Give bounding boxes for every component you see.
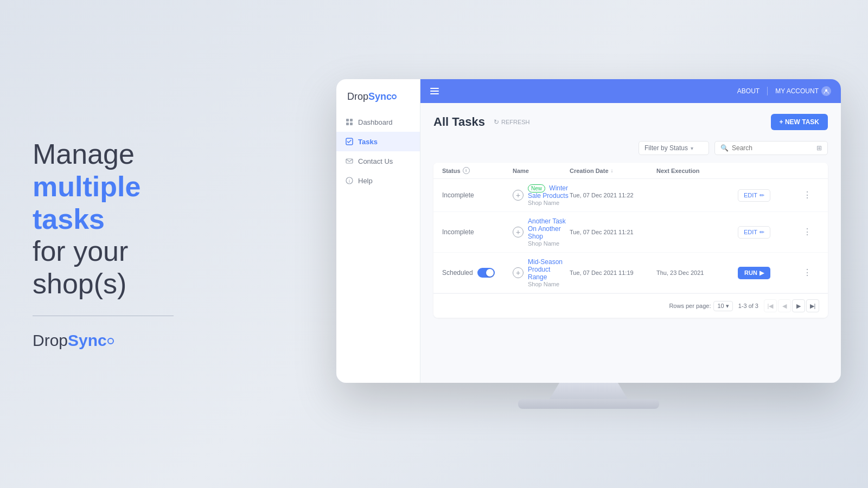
rows-per-page: Rows per page: 10 ▾ bbox=[669, 301, 732, 311]
next-exec-cell: Thu, 23 Dec 2021 bbox=[656, 269, 738, 276]
sidebar-logo-circle bbox=[392, 94, 397, 99]
more-options-cell: ⋮ bbox=[803, 228, 819, 236]
sidebar-item-contact[interactable]: Contact Us bbox=[336, 151, 420, 171]
brand-logo: DropSync bbox=[33, 331, 195, 350]
first-page-button[interactable]: |◀ bbox=[764, 299, 777, 312]
headline-line1: Manage bbox=[33, 138, 135, 170]
chevron-down-icon: ▾ bbox=[726, 303, 729, 310]
hamburger-menu[interactable] bbox=[430, 88, 439, 94]
table-row: Incomplete + Another Task On Another Sho… bbox=[433, 212, 828, 253]
run-icon: ▶ bbox=[760, 269, 764, 277]
check-square-icon bbox=[345, 137, 354, 146]
headline-line4: shop(s) bbox=[33, 268, 126, 299]
chevron-down-icon: ▾ bbox=[691, 145, 693, 151]
status-cell: Incomplete bbox=[442, 191, 513, 199]
page-range: 1-3 of 3 bbox=[738, 303, 758, 309]
shop-name: Shop Name bbox=[528, 240, 570, 247]
topbar: ABOUT MY ACCOUNT bbox=[420, 79, 841, 103]
svg-rect-0 bbox=[346, 119, 349, 121]
edit-icon: ✏ bbox=[760, 229, 764, 236]
svg-point-8 bbox=[825, 89, 827, 92]
headline: Manage multiple tasks for your shop(s) bbox=[33, 138, 195, 300]
th-more bbox=[803, 167, 819, 174]
refresh-icon: ↻ bbox=[494, 118, 499, 126]
more-options-cell: ⋮ bbox=[803, 191, 819, 200]
run-button[interactable]: RUN ▶ bbox=[738, 267, 770, 279]
clear-search-button[interactable]: ⊞ bbox=[816, 144, 822, 152]
more-options-button[interactable]: ⋮ bbox=[803, 228, 812, 236]
sidebar-item-tasks[interactable]: Tasks bbox=[336, 132, 420, 151]
schedule-toggle[interactable] bbox=[477, 268, 495, 278]
edit-icon: ✏ bbox=[760, 192, 764, 199]
name-cell: + Another Task On Another Shop Shop Name bbox=[513, 217, 570, 247]
search-input[interactable] bbox=[732, 144, 813, 152]
edit-button[interactable]: EDIT ✏ bbox=[738, 226, 770, 239]
shop-name: Shop Name bbox=[528, 200, 570, 206]
content-header: All Tasks ↻ REFRESH + NEW TASK bbox=[433, 114, 828, 130]
add-subtask-icon[interactable]: + bbox=[513, 227, 524, 237]
main-content: ABOUT MY ACCOUNT bbox=[420, 79, 841, 383]
th-name: Name bbox=[513, 167, 570, 174]
monitor-wrapper: DropSync Dashboard bbox=[336, 79, 841, 409]
monitor-base bbox=[518, 399, 659, 409]
action-cell: RUN ▶ bbox=[738, 267, 803, 279]
date-cell: Tue, 07 Dec 2021 11:19 bbox=[570, 269, 656, 276]
action-cell: EDIT ✏ bbox=[738, 226, 803, 239]
task-name: Mid-Season Product Range bbox=[528, 258, 570, 281]
edit-button[interactable]: EDIT ✏ bbox=[738, 189, 770, 202]
shop-name: Shop Name bbox=[528, 281, 570, 287]
sidebar-nav: Dashboard Tasks bbox=[336, 112, 420, 383]
th-actions bbox=[738, 167, 803, 174]
topbar-right: ABOUT MY ACCOUNT bbox=[737, 86, 831, 96]
content-title-area: All Tasks ↻ REFRESH bbox=[433, 115, 533, 129]
refresh-button[interactable]: ↻ REFRESH bbox=[490, 116, 533, 128]
th-status: Status i bbox=[442, 167, 513, 174]
filter-by-status[interactable]: Filter by Status ▾ bbox=[639, 141, 709, 155]
new-task-button[interactable]: + NEW TASK bbox=[771, 114, 828, 130]
task-table: Status i Name Creation Date ↓ Next Execu… bbox=[433, 163, 828, 318]
th-next-execution: Next Execution bbox=[656, 167, 738, 174]
sidebar-item-label-contact: Contact Us bbox=[358, 157, 393, 165]
sidebar-item-label-help: Help bbox=[358, 177, 373, 185]
next-page-button[interactable]: ▶ bbox=[792, 299, 805, 312]
sidebar-item-label-tasks: Tasks bbox=[358, 138, 378, 146]
sort-icon: ↓ bbox=[611, 168, 614, 174]
sidebar: DropSync Dashboard bbox=[336, 79, 420, 383]
svg-rect-2 bbox=[346, 123, 349, 125]
mail-icon bbox=[345, 157, 354, 165]
task-name: New Winter Sale Products bbox=[528, 184, 570, 200]
sidebar-item-dashboard[interactable]: Dashboard bbox=[336, 112, 420, 132]
more-options-cell: ⋮ bbox=[803, 268, 819, 277]
topbar-divider bbox=[767, 87, 768, 95]
sidebar-item-help[interactable]: i Help bbox=[336, 171, 420, 190]
prev-page-button[interactable]: ◀ bbox=[778, 299, 791, 312]
table-row: Incomplete + New Winter Sale Products Sh… bbox=[433, 179, 828, 212]
info-icon: i bbox=[345, 176, 354, 185]
search-icon: 🔍 bbox=[720, 144, 729, 152]
name-cell: + New Winter Sale Products Shop Name bbox=[513, 184, 570, 206]
topbar-left bbox=[430, 88, 439, 94]
search-box: 🔍 ⊞ bbox=[714, 141, 828, 155]
more-options-button[interactable]: ⋮ bbox=[803, 268, 812, 277]
new-badge: New bbox=[528, 184, 545, 192]
about-link[interactable]: ABOUT bbox=[737, 87, 760, 95]
add-subtask-icon[interactable]: + bbox=[513, 190, 524, 201]
add-subtask-icon[interactable]: + bbox=[513, 267, 524, 278]
rows-per-page-select[interactable]: 10 ▾ bbox=[713, 301, 732, 311]
more-options-button[interactable]: ⋮ bbox=[803, 191, 812, 200]
account-icon bbox=[821, 86, 831, 96]
grid-icon bbox=[345, 118, 354, 126]
headline-line3: for your bbox=[33, 235, 128, 267]
status-cell: Scheduled bbox=[442, 268, 513, 278]
svg-text:i: i bbox=[349, 178, 350, 184]
action-cell: EDIT ✏ bbox=[738, 189, 803, 202]
task-name: Another Task On Another Shop bbox=[528, 217, 570, 240]
my-account-link[interactable]: MY ACCOUNT bbox=[775, 86, 831, 96]
last-page-button[interactable]: ▶| bbox=[806, 299, 819, 312]
date-cell: Tue, 07 Dec 2021 11:22 bbox=[570, 192, 656, 198]
monitor-stand bbox=[540, 383, 637, 399]
name-cell: + Mid-Season Product Range Shop Name bbox=[513, 258, 570, 287]
th-creation-date[interactable]: Creation Date ↓ bbox=[570, 167, 656, 174]
headline-line2: multiple tasks bbox=[33, 171, 141, 235]
svg-rect-1 bbox=[350, 119, 353, 121]
